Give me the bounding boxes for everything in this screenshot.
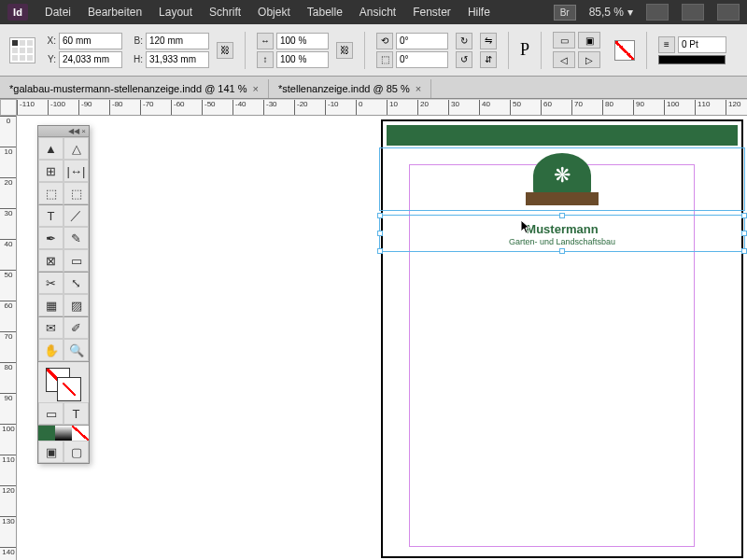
flip-v-icon[interactable]: ⇵ (480, 51, 497, 68)
menu-schrift[interactable]: Schrift (209, 6, 241, 19)
type-tool[interactable]: T (38, 204, 63, 227)
y-input[interactable] (59, 51, 122, 68)
x-label: X: (43, 35, 56, 46)
w-label: B: (130, 35, 143, 46)
menubar: Id Datei Bearbeiten Layout Schrift Objek… (0, 0, 747, 24)
shear-input[interactable] (396, 51, 448, 68)
apply-none[interactable] (72, 426, 89, 441)
stroke-weight-icon: ≡ (658, 36, 675, 53)
reference-point[interactable] (9, 37, 35, 63)
arrange-icon[interactable] (717, 4, 740, 21)
doc-tab-0[interactable]: *galabau-mustermann-stellenanzeige.indd … (0, 79, 269, 98)
document-page[interactable]: ❋ Mustermann Garten- und Landschaftsbau (381, 119, 743, 558)
doc-tab-1[interactable]: *stellenanzeige.indd @ 85 %× (269, 79, 431, 98)
x-input[interactable] (59, 33, 122, 49)
scale-y-input[interactable] (276, 51, 329, 68)
eyedropper-tool[interactable]: ✐ (63, 316, 89, 339)
constrain-scale-icon[interactable]: ⛓ (336, 42, 353, 59)
header-bar[interactable] (387, 125, 738, 146)
rotate-icon: ⟲ (376, 33, 393, 49)
tools-panel[interactable]: ◀◀ × ▲ △ ⊞ |↔| ⬚ ⬚ T ／ ✒ ✎ ⊠ ▭ ✂ ⤡ ▦ ▨ ✉… (37, 125, 90, 464)
constrain-icon[interactable]: ⛓ (217, 42, 233, 59)
ruler-origin[interactable] (0, 99, 17, 116)
selection-frame[interactable] (379, 215, 745, 252)
stroke-weight-input[interactable] (678, 36, 726, 53)
rectangle-frame-tool[interactable]: ⊠ (38, 249, 63, 272)
menu-ansicht[interactable]: Ansicht (359, 6, 396, 19)
document-tabs: *galabau-mustermann-stellenanzeige.indd … (0, 77, 747, 99)
menu-layout[interactable]: Layout (159, 6, 192, 19)
bridge-button[interactable]: Br (554, 5, 576, 21)
pen-tool[interactable]: ✒ (38, 227, 63, 249)
line-tool[interactable]: ／ (63, 204, 89, 227)
gradient-feather-tool[interactable]: ▨ (63, 294, 89, 316)
zoom-tool[interactable]: 🔍 (63, 339, 89, 361)
stroke-swatch-large[interactable] (57, 377, 81, 401)
chevron-down-icon: ▾ (627, 6, 633, 19)
close-icon[interactable]: × (416, 83, 421, 94)
scale-x-icon: ↔ (257, 33, 274, 49)
apply-gradient[interactable] (55, 426, 72, 441)
close-icon[interactable]: × (253, 83, 259, 94)
canvas[interactable]: ❋ Mustermann Garten- und Landschaftsbau (17, 116, 747, 560)
h-input[interactable] (146, 51, 209, 68)
stroke-style[interactable] (658, 55, 726, 64)
zoom-level[interactable]: 85,5 % ▾ (589, 6, 633, 19)
ruler-vertical[interactable]: 0102030405060708090100110120130140 (0, 116, 17, 560)
view-options-icon[interactable] (646, 4, 669, 21)
panel-header[interactable]: ◀◀ × (38, 126, 89, 137)
view-mode-preview[interactable]: ▢ (63, 441, 89, 463)
menu-objekt[interactable]: Objekt (258, 6, 290, 19)
shear-icon: ⬚ (376, 51, 393, 68)
gap-tool[interactable]: |↔| (63, 160, 89, 182)
content-collector-tool[interactable]: ⬚ (38, 182, 63, 204)
menu-bearbeiten[interactable]: Bearbeiten (88, 6, 142, 19)
view-mode-normal[interactable]: ▣ (38, 441, 63, 463)
control-bar: X: Y: B: H: ⛓ ↔ ↕ ⛓ ⟲ ⬚ ↻ ↺ ⇋ ⇵ P ▭ ▣ ◁ … (0, 24, 747, 77)
select-container-icon[interactable]: ▭ (553, 32, 575, 49)
rotate-input[interactable] (396, 33, 448, 49)
color-apply-row[interactable] (38, 425, 89, 441)
gradient-swatch-tool[interactable]: ▦ (38, 294, 63, 316)
selection-tool[interactable]: ▲ (38, 137, 63, 160)
menu-hilfe[interactable]: Hilfe (468, 6, 490, 19)
h-label: H: (130, 54, 143, 64)
hand-tool[interactable]: ✋ (38, 339, 63, 361)
menu-datei[interactable]: Datei (45, 6, 71, 19)
rotate-cw-icon[interactable]: ↻ (456, 33, 472, 49)
select-prev-icon[interactable]: ◁ (553, 51, 575, 68)
flip-h-icon[interactable]: ⇋ (480, 33, 497, 49)
pencil-tool[interactable]: ✎ (63, 227, 89, 249)
selection-frame-outer[interactable] (379, 147, 745, 211)
menu-fenster[interactable]: Fenster (413, 6, 451, 19)
formatting-container-icon[interactable]: ▭ (38, 402, 63, 425)
page-tool[interactable]: ⊞ (38, 160, 63, 182)
direct-selection-tool[interactable]: △ (63, 137, 89, 160)
menu-tabelle[interactable]: Tabelle (307, 6, 343, 19)
y-label: Y: (43, 54, 56, 64)
screen-mode-icon[interactable] (682, 4, 704, 21)
formatting-text-icon[interactable]: T (63, 402, 89, 425)
select-content-icon[interactable]: ▣ (578, 32, 600, 49)
ruler-horizontal[interactable]: -110-100-90-80-70-60-50-40-30-20-1001020… (17, 99, 747, 116)
free-transform-tool[interactable]: ⤡ (63, 272, 89, 294)
note-tool[interactable]: ✉ (38, 316, 63, 339)
fill-swatch[interactable] (614, 40, 635, 61)
paragraph-p-icon: P (520, 40, 529, 60)
w-input[interactable] (146, 33, 209, 49)
select-next-icon[interactable]: ▷ (578, 51, 600, 68)
fill-stroke-swatches[interactable] (38, 361, 89, 402)
scale-y-icon: ↕ (257, 51, 274, 68)
scale-x-input[interactable] (276, 33, 329, 49)
rectangle-tool[interactable]: ▭ (63, 249, 89, 272)
apply-color[interactable] (38, 426, 55, 441)
scissors-tool[interactable]: ✂ (38, 272, 63, 294)
app-logo: Id (7, 4, 28, 21)
rotate-ccw-icon[interactable]: ↺ (456, 51, 472, 68)
content-placer-tool[interactable]: ⬚ (63, 182, 89, 204)
